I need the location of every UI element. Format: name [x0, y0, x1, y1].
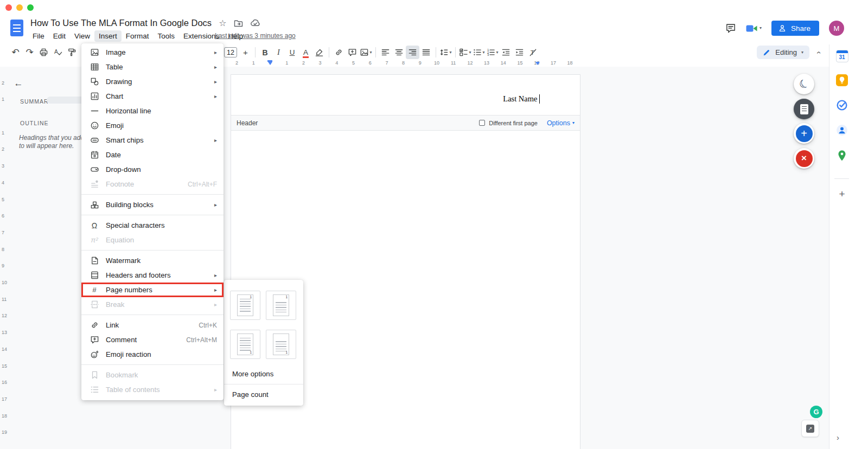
paint-format-icon[interactable]	[65, 46, 79, 59]
zoom-window-button[interactable]	[27, 4, 34, 11]
add-comment-icon[interactable]	[346, 46, 359, 59]
hide-menus-button[interactable]: ›	[812, 46, 825, 59]
menu-file[interactable]: File	[28, 30, 49, 42]
font-size-increase-icon[interactable]: +	[239, 46, 252, 59]
right-indent-triangle[interactable]	[535, 62, 540, 65]
back-arrow-button[interactable]: ←	[12, 77, 25, 90]
insert-menu-item-break[interactable]: Break▸	[81, 297, 224, 312]
insert-menu-item-link[interactable]: LinkCtrl+K	[81, 318, 224, 332]
align-center-icon[interactable]	[392, 46, 406, 59]
text-color-icon[interactable]: A	[299, 46, 312, 59]
bulleted-list-icon[interactable]: ▾	[472, 46, 486, 59]
spellcheck-icon[interactable]: A	[51, 46, 65, 59]
ruler-number: 6	[369, 60, 372, 66]
google-docs-logo[interactable]	[10, 20, 23, 36]
menu-tools[interactable]: Tools	[154, 30, 180, 42]
calendar-icon[interactable]: 31	[834, 48, 850, 63]
header-options-dropdown[interactable]: Options ▾	[547, 119, 575, 127]
redo-icon[interactable]: ↷	[23, 46, 36, 59]
dark-mode-moon-button[interactable]: ☾	[794, 74, 814, 94]
insert-menu-item-special-characters[interactable]: ΩSpecial characters	[81, 218, 224, 233]
left-indent-triangle[interactable]	[268, 62, 272, 65]
insert-menu-item-page-numbers[interactable]: #Page numbers▸	[81, 283, 224, 297]
insert-menu: Image▸Table▸Drawing▸Chart▸Horizontal lin…	[81, 43, 224, 400]
menu-format[interactable]: Format	[122, 30, 154, 42]
insert-link-icon[interactable]	[332, 46, 346, 59]
left-indent-marker[interactable]	[267, 60, 272, 65]
insert-menu-item-drawing[interactable]: Drawing▸	[81, 74, 224, 89]
insert-menu-item-table-of-contents[interactable]: Table of contents▸	[81, 382, 224, 397]
insert-menu-item-image[interactable]: Image▸	[81, 45, 224, 60]
increase-indent-icon[interactable]	[513, 46, 526, 59]
insert-menu-item-table[interactable]: Table▸	[81, 60, 224, 74]
insert-menu-item-emoji[interactable]: Emoji	[81, 118, 224, 133]
print-icon[interactable]	[37, 46, 50, 59]
insert-menu-item-building-blocks[interactable]: Building blocks▸	[81, 197, 224, 212]
ruler-number: 2	[235, 60, 238, 66]
different-first-page-checkbox[interactable]	[479, 120, 485, 126]
page-count-item[interactable]: Page count	[224, 386, 303, 403]
insert-menu-item-date[interactable]: Date	[81, 147, 224, 162]
insert-menu-item-chart[interactable]: Chart▸	[81, 89, 224, 104]
more-options-item[interactable]: More options	[224, 365, 303, 382]
insert-menu-item-emoji-reaction[interactable]: Emoji reaction	[81, 347, 224, 362]
meet-button[interactable]: ▾	[746, 24, 762, 33]
editing-mode-button[interactable]: Editing ▾	[757, 46, 809, 59]
hide-side-panel-icon[interactable]: ›	[837, 433, 839, 442]
menu-view[interactable]: View	[70, 30, 94, 42]
align-left-icon[interactable]	[379, 46, 392, 59]
corner-widget-button[interactable]: ↗	[801, 420, 819, 437]
insert-menu-item-bookmark[interactable]: Bookmark	[81, 368, 224, 382]
cloud-saved-icon[interactable]	[250, 18, 260, 28]
overlay-close-button[interactable]: ×	[794, 148, 814, 169]
docs-shortcut-button[interactable]	[794, 99, 814, 119]
insert-menu-item-footnote[interactable]: FootnoteCtrl+Alt+F	[81, 177, 224, 191]
move-folder-icon[interactable]	[233, 18, 243, 28]
menu-edit[interactable]: Edit	[49, 30, 70, 42]
insert-menu-item-headers-and-footers[interactable]: Headers and footers▸	[81, 268, 224, 283]
decrease-indent-icon[interactable]	[499, 46, 513, 59]
insert-menu-item-horizontal-line[interactable]: Horizontal line	[81, 104, 224, 118]
align-justify-icon[interactable]	[419, 46, 433, 59]
insert-menu-item-smart-chips[interactable]: Smart chips▸	[81, 133, 224, 147]
account-avatar[interactable]: M	[829, 21, 844, 36]
insert-menu-item-watermark[interactable]: Watermark	[81, 253, 224, 268]
page-number-bottom-skip-first[interactable]: 1	[266, 330, 296, 359]
menu-insert[interactable]: Insert	[94, 30, 122, 42]
star-icon[interactable]: ☆	[219, 19, 226, 28]
keep-icon[interactable]	[834, 73, 850, 88]
insert-menu-item-comment[interactable]: CommentCtrl+Alt+M	[81, 332, 224, 347]
open-comments-button[interactable]	[725, 23, 736, 34]
clear-formatting-icon[interactable]: T	[526, 46, 540, 59]
line-spacing-icon[interactable]: ▾	[439, 46, 452, 59]
page-number-top-all-pages[interactable]: 1	[230, 291, 260, 320]
last-edit-link[interactable]: Last edit was 3 minutes ago	[215, 32, 296, 40]
get-addons-button[interactable]: +	[834, 187, 850, 202]
font-size-value[interactable]: 12	[224, 47, 237, 57]
italic-icon[interactable]: I	[272, 46, 285, 59]
insert-image-icon[interactable]: ▾	[359, 46, 373, 59]
underline-icon[interactable]: U	[285, 46, 299, 59]
align-right-icon[interactable]	[406, 46, 419, 59]
minimize-window-button[interactable]	[16, 4, 23, 11]
document-header-text[interactable]: Last Name	[503, 94, 540, 104]
maps-icon[interactable]	[834, 148, 850, 163]
insert-menu-item-drop-down[interactable]: Drop-down	[81, 162, 224, 177]
undo-icon[interactable]: ↶	[9, 46, 22, 59]
contacts-icon[interactable]	[834, 123, 850, 138]
tasks-icon[interactable]	[834, 98, 850, 113]
page-number-bottom-all-pages[interactable]: 1	[230, 330, 260, 359]
insert-menu-item-equation[interactable]: π²Equation	[81, 233, 224, 247]
bold-icon[interactable]: B	[258, 46, 272, 59]
overlay-add-button[interactable]: +	[794, 123, 814, 144]
grammarly-badge[interactable]: G	[810, 406, 822, 418]
right-indent-marker[interactable]	[535, 60, 540, 65]
checklist-icon[interactable]: ▾	[458, 46, 472, 59]
document-title[interactable]: How To Use The MLA Format In Google Docs	[30, 18, 212, 28]
share-button[interactable]: Share	[771, 21, 819, 36]
numbered-list-icon[interactable]: 123▾	[486, 46, 499, 59]
close-window-button[interactable]	[5, 4, 12, 11]
page-number-top-skip-first[interactable]: 1	[266, 291, 296, 320]
highlight-color-icon[interactable]	[312, 46, 326, 59]
vertical-ruler[interactable]: 2112345678910111213141516171819	[0, 67, 8, 449]
